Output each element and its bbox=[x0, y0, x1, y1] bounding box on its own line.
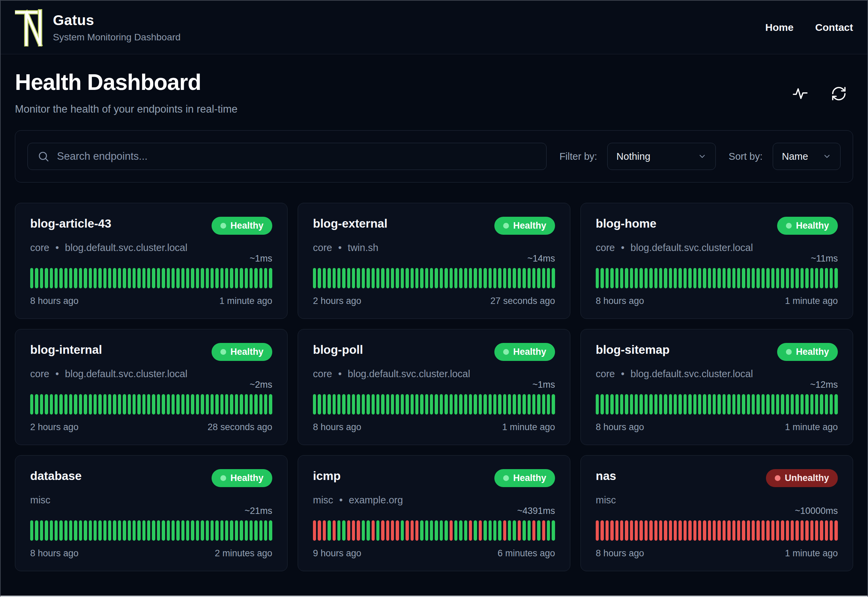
status-bar[interactable] bbox=[630, 394, 633, 414]
status-bar[interactable] bbox=[254, 394, 257, 414]
status-bar[interactable] bbox=[401, 268, 404, 288]
status-bar[interactable] bbox=[752, 394, 755, 414]
status-bar[interactable] bbox=[176, 520, 179, 541]
status-bar[interactable] bbox=[693, 268, 696, 288]
status-bar[interactable] bbox=[372, 268, 375, 288]
status-bar[interactable] bbox=[786, 268, 789, 288]
status-bar[interactable] bbox=[250, 394, 253, 414]
status-bar[interactable] bbox=[674, 268, 677, 288]
status-bar[interactable] bbox=[93, 394, 97, 414]
status-bar[interactable] bbox=[104, 520, 107, 541]
status-bar[interactable] bbox=[118, 520, 121, 541]
status-bar[interactable] bbox=[508, 520, 511, 541]
status-bar[interactable] bbox=[333, 394, 336, 414]
search-input[interactable] bbox=[57, 150, 537, 162]
status-bar[interactable] bbox=[723, 268, 726, 288]
status-bar[interactable] bbox=[644, 520, 647, 541]
status-bar[interactable] bbox=[693, 520, 696, 541]
status-bar[interactable] bbox=[615, 520, 618, 541]
status-bar[interactable] bbox=[493, 268, 496, 288]
status-bar[interactable] bbox=[201, 394, 204, 414]
endpoint-card[interactable]: database Healthy misc • ~21ms 8 hours ag… bbox=[15, 455, 287, 571]
status-bar[interactable] bbox=[737, 268, 740, 288]
status-bar[interactable] bbox=[415, 520, 418, 541]
endpoint-card[interactable]: blog-article-43 Healthy core • blog.defa… bbox=[15, 203, 287, 319]
status-bar[interactable] bbox=[464, 394, 467, 414]
status-bar[interactable] bbox=[795, 394, 798, 414]
status-bar[interactable] bbox=[225, 520, 228, 541]
status-bar[interactable] bbox=[532, 520, 535, 541]
status-bar[interactable] bbox=[454, 268, 458, 288]
status-bar[interactable] bbox=[708, 520, 711, 541]
status-bar[interactable] bbox=[123, 268, 126, 288]
status-bar[interactable] bbox=[318, 268, 321, 288]
status-bar[interactable] bbox=[59, 520, 62, 541]
status-bar[interactable] bbox=[552, 520, 555, 541]
status-bar[interactable] bbox=[615, 268, 618, 288]
status-bar[interactable] bbox=[313, 520, 316, 541]
status-bar[interactable] bbox=[503, 268, 506, 288]
status-bar[interactable] bbox=[420, 394, 423, 414]
status-bar[interactable] bbox=[659, 520, 662, 541]
status-bar[interactable] bbox=[406, 520, 409, 541]
status-bar[interactable] bbox=[401, 394, 404, 414]
status-bar[interactable] bbox=[376, 394, 379, 414]
status-bar[interactable] bbox=[655, 394, 658, 414]
status-bar[interactable] bbox=[89, 520, 92, 541]
status-bar[interactable] bbox=[723, 520, 726, 541]
status-bar[interactable] bbox=[547, 268, 550, 288]
status-bar[interactable] bbox=[444, 520, 447, 541]
status-bar[interactable] bbox=[128, 394, 131, 414]
status-bar[interactable] bbox=[425, 268, 428, 288]
status-bar[interactable] bbox=[786, 394, 789, 414]
status-bar[interactable] bbox=[254, 520, 257, 541]
status-bar[interactable] bbox=[435, 394, 438, 414]
status-bar[interactable] bbox=[698, 394, 701, 414]
status-bar[interactable] bbox=[55, 268, 58, 288]
status-bar[interactable] bbox=[742, 394, 745, 414]
status-bar[interactable] bbox=[108, 268, 111, 288]
status-bar[interactable] bbox=[342, 520, 345, 541]
status-bar[interactable] bbox=[459, 268, 462, 288]
status-bar[interactable] bbox=[230, 394, 233, 414]
status-bar[interactable] bbox=[259, 268, 262, 288]
status-bar[interactable] bbox=[201, 520, 204, 541]
status-bar[interactable] bbox=[435, 520, 438, 541]
status-bar[interactable] bbox=[98, 268, 101, 288]
status-bar[interactable] bbox=[396, 394, 399, 414]
status-bar[interactable] bbox=[167, 268, 170, 288]
status-bar[interactable] bbox=[469, 520, 472, 541]
endpoint-card[interactable]: blog-home Healthy core • blog.default.sv… bbox=[581, 203, 853, 319]
status-bar[interactable] bbox=[250, 268, 253, 288]
status-bar[interactable] bbox=[474, 394, 477, 414]
status-bar[interactable] bbox=[498, 520, 501, 541]
endpoint-card[interactable]: blog-sitemap Healthy core • blog.default… bbox=[581, 329, 853, 445]
status-bar[interactable] bbox=[240, 268, 243, 288]
status-bar[interactable] bbox=[176, 394, 179, 414]
status-bar[interactable] bbox=[430, 268, 433, 288]
status-bar[interactable] bbox=[781, 520, 784, 541]
status-bar[interactable] bbox=[113, 268, 116, 288]
status-bar[interactable] bbox=[264, 394, 267, 414]
status-bar[interactable] bbox=[518, 520, 521, 541]
status-bar[interactable] bbox=[820, 268, 823, 288]
status-bar[interactable] bbox=[532, 268, 535, 288]
status-bar[interactable] bbox=[40, 394, 43, 414]
status-bar[interactable] bbox=[45, 520, 48, 541]
status-bar[interactable] bbox=[513, 394, 516, 414]
status-bar[interactable] bbox=[440, 394, 443, 414]
status-bar[interactable] bbox=[89, 268, 92, 288]
status-bar[interactable] bbox=[674, 520, 677, 541]
status-bar[interactable] bbox=[688, 268, 691, 288]
status-bar[interactable] bbox=[542, 268, 545, 288]
status-bar[interactable] bbox=[269, 268, 272, 288]
endpoint-card[interactable]: blog-external Healthy core • twin.sh ~14… bbox=[298, 203, 570, 319]
status-bar[interactable] bbox=[708, 394, 711, 414]
status-bar[interactable] bbox=[474, 268, 477, 288]
status-bar[interactable] bbox=[323, 394, 326, 414]
status-bar[interactable] bbox=[347, 520, 350, 541]
status-bar[interactable] bbox=[259, 520, 262, 541]
status-bar[interactable] bbox=[688, 520, 691, 541]
status-bar[interactable] bbox=[108, 394, 111, 414]
status-bar[interactable] bbox=[703, 268, 706, 288]
